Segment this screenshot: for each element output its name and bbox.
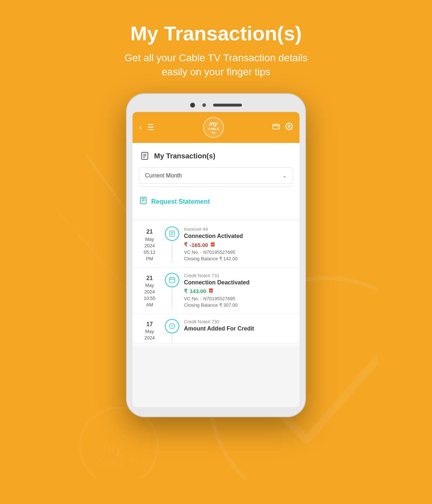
phone-outer: ‹ ☰ my CABLE TV <box>126 93 306 417</box>
tx-title-3: Amount Added For Credit <box>184 325 296 332</box>
page-header: My Transaction(s) Get all your Cable TV … <box>0 0 432 90</box>
tx-closing-value-1: 142.00 <box>223 256 238 261</box>
svg-text:my: my <box>103 439 124 456</box>
tx-ampm-2: AM <box>136 302 163 308</box>
tx-title-2: Connection Deactivated <box>184 279 296 286</box>
logo-cable: CABLE <box>208 127 219 131</box>
tx-day-3: 17 <box>136 320 163 328</box>
svg-point-7 <box>277 127 278 128</box>
tx-amount-value-2: 143.00 <box>190 288 206 294</box>
request-statement-icon <box>139 196 148 207</box>
tx-details-3: Credit Note# 730 Amount Added For Credit <box>181 319 296 342</box>
settings-button[interactable] <box>285 122 293 132</box>
tx-amount-2: ₹ 143.00 PDF <box>184 288 296 294</box>
request-statement-section[interactable]: Request Statement <box>139 193 293 211</box>
subtitle-line2: easily on your finger tips <box>162 66 270 77</box>
logo-circle: my CABLE TV <box>203 117 224 138</box>
menu-button[interactable]: ☰ <box>147 123 154 132</box>
pdf-icon-1[interactable]: PDF <box>210 242 215 248</box>
tx-icon-circle-3 <box>165 319 179 333</box>
navbar-right <box>272 122 293 132</box>
phone-camera <box>190 103 195 108</box>
transactions-section-header: My Transaction(s) <box>139 150 293 162</box>
rupee-symbol-1: ₹ <box>184 242 188 248</box>
tx-details-1: Invoice# 44 Connection Activated ₹ -165.… <box>181 226 296 262</box>
tx-time-2: 10:55 <box>136 295 163 302</box>
tx-month-2: May <box>136 282 163 289</box>
transaction-item: 21 May 2024 05:12 PM <box>132 221 300 267</box>
phone-speaker <box>213 104 242 107</box>
tx-closing-1: Closing Balance ₹ 142.00 <box>184 256 296 261</box>
transactions-icon <box>139 150 150 162</box>
tx-vc-1: VC No. - N70195527695 <box>184 249 296 255</box>
app-navbar: ‹ ☰ my CABLE TV <box>132 112 300 143</box>
tx-timeline-1 <box>163 226 181 262</box>
transaction-item-2: 21 May 2024 10:55 AM <box>132 268 300 314</box>
svg-rect-6 <box>273 125 279 129</box>
svg-point-3 <box>80 408 158 479</box>
request-statement-label[interactable]: Request Statement <box>151 198 210 206</box>
divider <box>139 186 293 187</box>
tx-month-3: May <box>136 328 163 335</box>
dropdown-selected-value: Current Month <box>145 172 182 179</box>
svg-text:PDF: PDF <box>211 244 215 246</box>
transactions-title: My Transaction(s) <box>154 152 215 160</box>
tx-ampm-1: PM <box>136 256 163 262</box>
page-subtitle: Get all your Cable TV Transaction detail… <box>0 51 432 79</box>
navbar-left: ‹ ☰ <box>139 123 154 132</box>
tx-year-3: 2024 <box>136 335 163 341</box>
tx-amount-value-1: -165.00 <box>190 242 208 248</box>
transaction-item-3: 17 May 2024 <box>132 314 300 343</box>
dropdown-arrow-icon: ⌄ <box>282 172 287 179</box>
tx-timeline-2 <box>163 273 181 309</box>
tx-day-1: 21 <box>136 228 163 236</box>
logo-text: my CABLE TV <box>208 120 219 135</box>
svg-point-8 <box>288 126 290 128</box>
subtitle-line1: Get all your Cable TV Transaction detail… <box>125 52 307 63</box>
wallet-button[interactable] <box>272 122 280 132</box>
tx-date-col-1: 21 May 2024 05:12 PM <box>136 226 163 262</box>
tx-day-2: 21 <box>136 274 163 282</box>
tx-note-1: Invoice# 44 <box>184 226 296 232</box>
app-content: My Transaction(s) Current Month ⌄ <box>132 143 300 218</box>
svg-text:CABLE TV: CABLE TV <box>96 458 140 468</box>
tx-closing-value-2: 307.00 <box>223 302 238 308</box>
tx-time-1: 05:12 <box>136 249 163 256</box>
navbar-logo: my CABLE TV <box>203 117 224 138</box>
tx-date-col-2: 21 May 2024 10:55 AM <box>136 273 163 309</box>
tx-timeline-3 <box>163 319 181 342</box>
tx-date-col-3: 17 May 2024 <box>136 319 163 342</box>
logo-tv: TV <box>208 131 219 135</box>
tx-vc-2: VC No. - N70195527695 <box>184 296 296 301</box>
pdf-icon-2[interactable]: PDF <box>208 288 213 294</box>
svg-text:PDF: PDF <box>210 290 213 292</box>
tx-note-3: Credit Note# 730 <box>184 319 296 324</box>
tx-year-1: 2024 <box>136 243 163 249</box>
logo-my: my <box>208 120 219 127</box>
rupee-symbol-2: ₹ <box>184 288 188 294</box>
tx-details-2: Credit Note# 731 Connection Deactivated … <box>181 273 296 309</box>
page-title: My Transaction(s) <box>0 22 432 45</box>
transactions-list: 21 May 2024 05:12 PM <box>132 218 300 347</box>
phone-screen: ‹ ☰ my CABLE TV <box>132 112 300 407</box>
tx-title-1: Connection Activated <box>184 233 296 239</box>
back-button[interactable]: ‹ <box>139 123 141 132</box>
month-dropdown[interactable]: Current Month ⌄ <box>139 167 293 184</box>
phone-wrapper: ‹ ☰ my CABLE TV <box>0 93 432 417</box>
phone-dot <box>202 103 206 107</box>
tx-month-1: May <box>136 236 163 243</box>
phone-top-bar <box>132 100 300 112</box>
tx-amount-1: ₹ -165.00 PDF <box>184 242 296 248</box>
tx-year-2: 2024 <box>136 289 163 295</box>
tx-note-2: Credit Note# 731 <box>184 273 296 278</box>
tx-closing-2: Closing Balance ₹ 307.00 <box>184 302 296 308</box>
svg-line-31 <box>172 326 173 327</box>
svg-rect-23 <box>170 278 175 283</box>
tx-icon-circle-2 <box>165 273 179 287</box>
tx-icon-circle-1 <box>165 226 179 241</box>
